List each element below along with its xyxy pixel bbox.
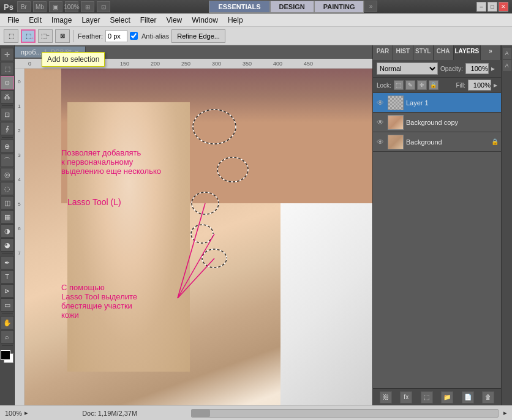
tool-heal[interactable]: ⊕ (1, 140, 14, 153)
ruler-mark-150: 150 (119, 61, 149, 67)
zoom-display: 100% ▸ (5, 409, 28, 417)
scroll-right-arrow[interactable]: ▸ (503, 409, 507, 417)
rmini-collapse[interactable]: A (503, 48, 511, 59)
layer-effects-btn[interactable]: fx (400, 391, 412, 403)
link-layers-btn[interactable]: ⛓ (380, 391, 392, 403)
tab-par[interactable]: PAR (373, 45, 393, 60)
tool-lasso[interactable]: ⊙ (1, 76, 14, 89)
tool-type[interactable]: T (1, 270, 14, 283)
horizontal-scrollbar[interactable] (191, 409, 499, 418)
face-area (67, 102, 190, 372)
tool-eyedropper[interactable]: ∮ (1, 122, 14, 135)
lock-row: Lock: ⬚ ✎ ✛ 🔒 Fill: ▸ (373, 78, 501, 93)
arrange[interactable]: ⊞ (81, 1, 94, 12)
layer-item-2[interactable]: 👁 Background 🔒 (373, 132, 501, 152)
tool-brush[interactable]: ⌒ (1, 154, 14, 167)
tool-zoom[interactable]: ⌕ (1, 330, 14, 343)
new-selection-btn[interactable]: ⬚ (4, 29, 18, 43)
tool-gradient[interactable]: ▦ (1, 210, 14, 223)
refine-edge-button[interactable]: Refine Edge... (171, 29, 225, 43)
tool-history-brush[interactable]: ◌ (1, 182, 14, 195)
zoom-icon[interactable]: ▸ (24, 409, 28, 417)
rmini-tool-2[interactable]: A (503, 60, 511, 71)
intersect-selection-btn[interactable]: ⊠ (55, 29, 70, 43)
menu-filter[interactable]: Filter (135, 15, 162, 26)
layer-visibility-0[interactable]: 👁 (375, 98, 385, 108)
mb-icon[interactable]: Mb (33, 1, 47, 12)
lock-transparent[interactable]: ⬚ (394, 80, 404, 90)
fill-label: Fill: (456, 82, 465, 89)
menu-select[interactable]: Select (105, 15, 135, 26)
blend-mode-select[interactable]: Normal (377, 62, 438, 75)
tab-more[interactable]: » (481, 45, 501, 60)
tool-pen[interactable]: ✒ (1, 256, 14, 269)
layer-name-1: Background copy (406, 119, 499, 126)
maximize-button[interactable]: □ (488, 2, 497, 12)
opacity-input[interactable] (465, 63, 489, 74)
tool-dodge[interactable]: ◕ (1, 238, 14, 252)
new-group-btn[interactable]: 📁 (441, 391, 453, 403)
tool-clone[interactable]: ◎ (1, 168, 14, 181)
add-mask-btn[interactable]: ⬚ (421, 391, 433, 403)
new-layer-btn[interactable]: 📄 (462, 391, 474, 403)
tab-cha[interactable]: CHA (434, 45, 454, 60)
layer-thumb-2 (388, 135, 404, 149)
screen-mode[interactable]: ⊡ (97, 1, 110, 12)
ruler-mark-300: 300 (211, 61, 241, 67)
tool-wand[interactable]: ⁂ (1, 90, 14, 103)
view-options[interactable]: ▣ (49, 1, 62, 12)
design-tab[interactable]: DESIGN (270, 1, 314, 13)
svg-point-7 (191, 225, 213, 243)
zoom-level[interactable]: 100% (65, 1, 78, 12)
lock-position[interactable]: ✛ (417, 80, 427, 90)
layer-name-2: Background (406, 138, 489, 146)
tool-marquee[interactable]: ⬚ (1, 62, 14, 75)
add-selection-btn[interactable]: ⬚+ (21, 29, 36, 43)
tab-styl[interactable]: STYL (413, 45, 434, 60)
lock-all[interactable]: 🔒 (429, 80, 439, 90)
menu-window[interactable]: Window (187, 15, 223, 26)
layer-item-0[interactable]: 👁 Layer 1 (373, 93, 501, 113)
tab-layers[interactable]: LAYERS (454, 45, 481, 60)
tool-blur[interactable]: ◑ (1, 224, 14, 238)
fill-arrow[interactable]: ▸ (494, 81, 497, 89)
close-button[interactable]: ✕ (499, 2, 508, 12)
scroll-thumb[interactable] (192, 410, 210, 417)
panel-bottom: ⛓ fx ⬚ 📁 📄 🗑 (373, 388, 501, 405)
vertical-ruler: 0 1 2 3 4 5 6 7 (15, 69, 24, 405)
foreground-color[interactable] (1, 350, 10, 360)
antialias-checkbox[interactable] (130, 32, 138, 40)
feather-input[interactable] (105, 30, 127, 42)
tool-path[interactable]: ⊳ (1, 284, 14, 298)
br-icon[interactable]: Br (17, 1, 31, 12)
layers-list: 👁 Layer 1 👁 Background copy 👁 (373, 93, 501, 388)
tool-eraser[interactable]: ◫ (1, 196, 14, 209)
menu-view[interactable]: View (161, 15, 187, 26)
tool-hand[interactable]: ✋ (1, 316, 14, 329)
tool-move[interactable]: ✛ (1, 48, 14, 61)
minimize-button[interactable]: – (476, 2, 486, 12)
tool-crop[interactable]: ⊡ (1, 108, 14, 121)
tool-shape[interactable]: ▭ (1, 298, 14, 312)
fill-input[interactable] (468, 80, 491, 91)
options-bar: ⬚ ⬚+ ⬚− ⊠ Feather: Anti-alias Refine Edg… (0, 27, 512, 45)
painting-tab[interactable]: PAINTING (314, 1, 364, 13)
menu-edit[interactable]: Edit (24, 15, 47, 26)
menu-help[interactable]: Help (223, 15, 248, 26)
opacity-arrow[interactable]: ▸ (491, 64, 495, 73)
lock-label: Lock: (377, 82, 391, 89)
subtract-selection-btn[interactable]: ⬚− (38, 29, 53, 43)
canvas-body: 0 1 2 3 4 5 6 7 (15, 69, 372, 405)
lock-image[interactable]: ✎ (405, 80, 415, 90)
layer-visibility-1[interactable]: 👁 (375, 118, 385, 127)
essentials-tab[interactable]: ESSENTIALS (209, 1, 269, 13)
tab-hist[interactable]: HIST (393, 45, 413, 60)
more-tabs[interactable]: » (364, 1, 377, 12)
menu-file[interactable]: File (2, 15, 24, 26)
layer-item-1[interactable]: 👁 Background copy (373, 113, 501, 132)
layer-visibility-2[interactable]: 👁 (375, 137, 385, 147)
menu-layer[interactable]: Layer (77, 15, 105, 26)
delete-layer-btn[interactable]: 🗑 (482, 391, 494, 403)
ruler-mark-200: 200 (149, 61, 180, 67)
menu-image[interactable]: Image (47, 15, 77, 26)
